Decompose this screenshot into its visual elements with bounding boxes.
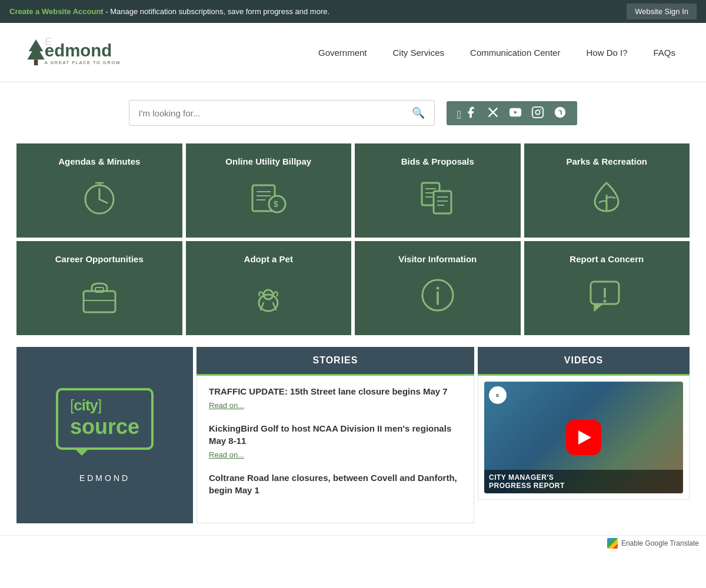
facebook-icon[interactable]:  xyxy=(457,106,478,121)
videos-panel: VIDEOS E CITY MANAGER'S PROGRESS REPORT xyxy=(478,347,690,523)
svg-rect-2 xyxy=(34,59,38,65)
card-career-opportunities[interactable]: Career Opportunities xyxy=(16,241,182,335)
svg-text:$: $ xyxy=(274,199,278,209)
source-label: source xyxy=(70,415,139,439)
video-play-button[interactable] xyxy=(566,420,601,455)
bottom-section: [city] source EDMOND STORIES TRAFFIC UPD… xyxy=(0,347,706,535)
header: edmond A GREAT PLACE TO GROW E Governmen… xyxy=(0,23,706,82)
card-agendas-minutes[interactable]: Agendas & Minutes xyxy=(16,143,182,238)
social-bar:  xyxy=(447,101,578,125)
card-label-pet: Adopt a Pet xyxy=(244,254,293,264)
svg-text:edmond: edmond xyxy=(45,41,112,60)
google-translate-bar: Enable Google Translate xyxy=(0,535,706,551)
svg-marker-1 xyxy=(27,45,44,60)
svg-point-8 xyxy=(536,110,540,114)
story-headline-1: TRAFFIC UPDATE: 15th Street lane closure… xyxy=(209,385,462,397)
card-label-agendas: Agendas & Minutes xyxy=(58,156,140,166)
svg-point-9 xyxy=(541,109,542,110)
search-input[interactable] xyxy=(139,108,412,118)
video-overlay-text: CITY MANAGER'S PROGRESS REPORT xyxy=(484,470,683,493)
search-social-bar: 🔍  xyxy=(0,82,706,138)
card-label-career: Career Opportunities xyxy=(55,254,144,264)
pet-icon xyxy=(248,275,289,322)
nav-link-how-do-i[interactable]: How Do I? xyxy=(573,42,640,64)
video-thumbnail[interactable]: E CITY MANAGER'S PROGRESS REPORT xyxy=(484,382,683,493)
nextdoor-icon[interactable] xyxy=(554,106,567,121)
nav-item-communication[interactable]: Communication Center xyxy=(457,42,573,64)
top-bar-left: Create a Website Account - Manage notifi… xyxy=(9,7,329,16)
svg-text:A GREAT PLACE TO GROW: A GREAT PLACE TO GROW xyxy=(45,60,121,65)
visitor-icon xyxy=(417,275,458,322)
google-translate-label[interactable]: Enable Google Translate xyxy=(621,539,699,547)
card-label-bids: Bids & Proposals xyxy=(401,156,474,166)
logo: edmond A GREAT PLACE TO GROW E xyxy=(18,29,124,76)
card-utility-billpay[interactable]: Online Utility Billpay $ xyxy=(186,143,352,238)
videos-header: VIDEOS xyxy=(478,347,690,376)
story-readmore-2[interactable]: Read on... xyxy=(209,450,244,459)
search-icon[interactable]: 🔍 xyxy=(412,106,425,119)
city-source-panel: [city] source EDMOND xyxy=(16,347,193,523)
svg-rect-25 xyxy=(434,191,451,213)
quick-links-grid: Agendas & Minutes Online Utility Billpay… xyxy=(0,138,706,347)
card-bids-proposals[interactable]: Bids & Proposals xyxy=(355,143,521,238)
nav-item-government[interactable]: Government xyxy=(305,42,380,64)
card-label-parks: Parks & Recreation xyxy=(566,156,647,166)
nav-item-how-do-i[interactable]: How Do I? xyxy=(573,42,640,64)
svg-text:E: E xyxy=(45,36,52,48)
website-sign-in-button[interactable]: Website Sign In xyxy=(627,4,697,19)
parks-icon xyxy=(586,177,627,224)
nav-link-city-services[interactable]: City Services xyxy=(380,42,458,64)
nav-link-communication[interactable]: Communication Center xyxy=(457,42,573,64)
career-icon xyxy=(79,275,120,322)
svg-point-36 xyxy=(436,287,439,290)
stories-body: TRAFFIC UPDATE: 15th Street lane closure… xyxy=(197,376,474,523)
bids-icon xyxy=(417,177,458,224)
videos-title: VIDEOS xyxy=(564,355,603,365)
nav-item-faqs[interactable]: FAQs xyxy=(640,42,688,64)
bill-icon: $ xyxy=(248,177,289,224)
card-label-billpay: Online Utility Billpay xyxy=(225,156,311,166)
story-headline-2: KickingBird Golf to host NCAA Division I… xyxy=(209,422,462,447)
svg-point-39 xyxy=(604,300,607,303)
city-name-text: city xyxy=(74,396,98,414)
nav-item-city-services[interactable]: City Services xyxy=(380,42,458,64)
svg-line-12 xyxy=(99,199,107,203)
story-item-1: TRAFFIC UPDATE: 15th Street lane closure… xyxy=(209,385,462,410)
story-item-2: KickingBird Golf to host NCAA Division I… xyxy=(209,422,462,460)
card-parks-recreation[interactable]: Parks & Recreation xyxy=(524,143,690,238)
stories-header: STORIES xyxy=(197,347,474,376)
instagram-icon[interactable] xyxy=(531,106,544,121)
story-item-3: Coltrane Road lane closures, between Cov… xyxy=(209,472,462,496)
youtube-icon[interactable] xyxy=(509,106,522,121)
nav-link-government[interactable]: Government xyxy=(305,42,380,64)
twitter-x-icon[interactable] xyxy=(487,106,499,121)
main-nav: Government City Services Communication C… xyxy=(305,42,688,64)
top-bar-right: Website Sign In xyxy=(627,4,697,19)
video-overlay-label: CITY MANAGER'S PROGRESS REPORT xyxy=(489,473,565,490)
card-adopt-pet[interactable]: Adopt a Pet xyxy=(186,241,352,335)
city-label: [city] xyxy=(70,396,139,415)
card-label-report: Report a Concern xyxy=(570,254,644,264)
stories-title: STORIES xyxy=(313,355,358,365)
svg-rect-29 xyxy=(84,291,115,312)
story-headline-3: Coltrane Road lane closures, between Cov… xyxy=(209,473,457,495)
story-readmore-1[interactable]: Read on... xyxy=(209,401,244,410)
svg-rect-7 xyxy=(532,106,543,117)
top-bar: Create a Website Account - Manage notifi… xyxy=(0,0,706,23)
stories-panel: STORIES TRAFFIC UPDATE: 15th Street lane… xyxy=(197,347,474,523)
video-channel-logo: E xyxy=(489,386,507,404)
card-report-concern[interactable]: Report a Concern xyxy=(524,241,690,335)
city-source-logo: [city] source EDMOND xyxy=(56,388,154,483)
videos-body: E CITY MANAGER'S PROGRESS REPORT xyxy=(478,376,690,500)
report-icon xyxy=(586,275,627,322)
logo-link[interactable]: edmond A GREAT PLACE TO GROW E xyxy=(18,29,124,76)
google-icon xyxy=(607,538,618,549)
city-source-box: [city] source xyxy=(56,388,154,450)
search-bar[interactable]: 🔍 xyxy=(129,100,435,126)
create-account-link[interactable]: Create a Website Account xyxy=(9,7,104,16)
nav-link-faqs[interactable]: FAQs xyxy=(640,42,688,64)
top-bar-tagline: - Manage notification subscriptions, sav… xyxy=(105,7,329,16)
edmond-label: EDMOND xyxy=(79,473,130,483)
card-visitor-info[interactable]: Visitor Information xyxy=(355,241,521,335)
card-label-visitor: Visitor Information xyxy=(398,254,477,264)
